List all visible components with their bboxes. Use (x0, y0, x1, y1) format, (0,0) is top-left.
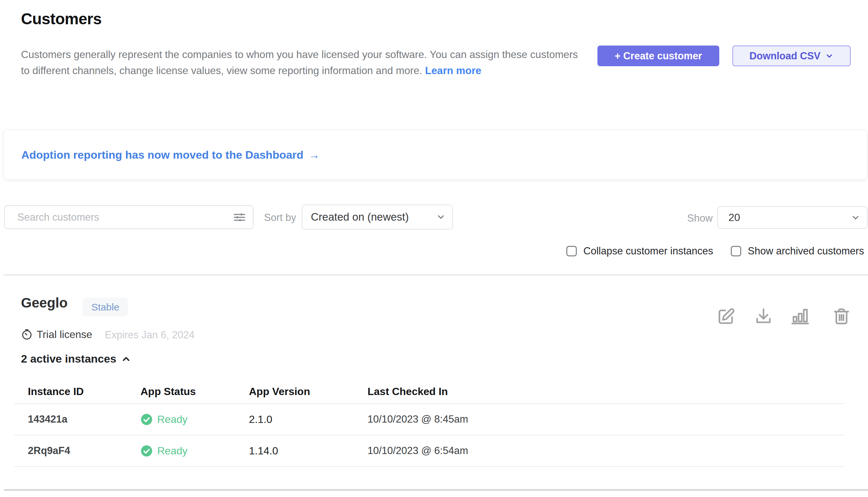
instance-id-cell: 2Rq9aF4 (28, 445, 141, 457)
trash-icon[interactable] (832, 307, 851, 326)
table-row[interactable]: 143421a Ready 2.1.0 10/10/2023 @ 8:45am (14, 404, 844, 435)
chevron-down-icon (436, 212, 446, 222)
col-header-app-version: App Version (249, 385, 368, 398)
adoption-banner-link[interactable]: Adoption reporting has now moved to the … (21, 130, 320, 180)
app-version-cell: 1.14.0 (249, 445, 368, 457)
collapse-instances-checkbox[interactable] (566, 246, 577, 256)
last-checked-in-cell: 10/10/2023 @ 6:54am (368, 445, 844, 457)
show-count-select[interactable]: 20 (717, 206, 868, 229)
active-instances-toggle[interactable]: 2 active instances (21, 352, 131, 365)
page-title: Customers (21, 10, 102, 28)
clock-icon (21, 328, 33, 340)
customers-page: Customers Customers generally represent … (0, 0, 868, 497)
edit-icon[interactable] (717, 307, 736, 326)
table-row[interactable]: 2Rq9aF4 Ready 1.14.0 10/10/2023 @ 6:54am (14, 435, 844, 467)
show-label: Show (687, 212, 713, 224)
show-archived-label: Show archived customers (748, 245, 864, 257)
bottom-divider (4, 489, 868, 491)
instance-id-cell: 143421a (28, 413, 141, 425)
page-description-text: Customers generally represent the compan… (21, 48, 578, 76)
instances-table-header: Instance ID App Status App Version Last … (14, 380, 844, 404)
learn-more-link[interactable]: Learn more (425, 65, 482, 76)
check-circle-icon (141, 413, 153, 426)
channel-badge: Stable (83, 298, 128, 316)
page-description: Customers generally represent the compan… (21, 46, 579, 79)
show-count-value: 20 (729, 211, 740, 224)
section-divider (3, 274, 868, 276)
adoption-banner-text: Adoption reporting has now moved to the … (21, 148, 303, 161)
download-icon[interactable] (754, 307, 773, 326)
chevron-up-icon (121, 354, 131, 364)
bar-chart-icon[interactable] (791, 307, 810, 326)
sort-by-label: Sort by (264, 212, 296, 224)
license-row: Trial license (21, 328, 92, 341)
col-header-instance-id: Instance ID (28, 385, 141, 398)
active-instances-label: 2 active instances (21, 352, 116, 365)
show-archived-option: Show archived customers (731, 245, 864, 257)
adoption-banner: Adoption reporting has now moved to the … (3, 129, 867, 180)
app-status-text: Ready (157, 413, 188, 426)
col-header-app-status: App Status (141, 385, 249, 398)
arrow-right-icon: → (309, 148, 320, 161)
create-customer-button[interactable]: + Create customer (598, 45, 719, 66)
collapse-instances-option: Collapse customer instances (566, 245, 713, 257)
search-customers-wrap (4, 205, 253, 229)
app-status-cell: Ready (141, 445, 249, 457)
chevron-down-icon (825, 52, 834, 60)
license-type-label: Trial license (37, 328, 92, 341)
chevron-down-icon (851, 213, 860, 223)
show-archived-checkbox[interactable] (731, 246, 741, 256)
instances-table: Instance ID App Status App Version Last … (14, 380, 844, 467)
app-version-cell: 2.1.0 (249, 413, 368, 426)
filter-sliders-icon[interactable] (233, 211, 246, 224)
sort-by-select[interactable]: Created on (newest) (302, 204, 453, 229)
customer-name[interactable]: Geeglo (21, 295, 68, 311)
download-csv-button[interactable]: Download CSV (732, 45, 851, 66)
check-circle-icon (141, 445, 153, 457)
col-header-last-checked-in: Last Checked In (368, 385, 844, 398)
collapse-instances-label: Collapse customer instances (583, 245, 713, 257)
download-csv-label: Download CSV (749, 50, 821, 62)
app-status-cell: Ready (141, 413, 249, 426)
last-checked-in-cell: 10/10/2023 @ 8:45am (368, 413, 844, 425)
instances-table-body: 143421a Ready 2.1.0 10/10/2023 @ 8:45am … (14, 404, 844, 467)
app-status-text: Ready (157, 445, 188, 457)
search-customers-input[interactable] (4, 205, 253, 229)
sort-by-value: Created on (newest) (311, 211, 409, 223)
license-expires-text: Expires Jan 6, 2024 (105, 329, 194, 341)
